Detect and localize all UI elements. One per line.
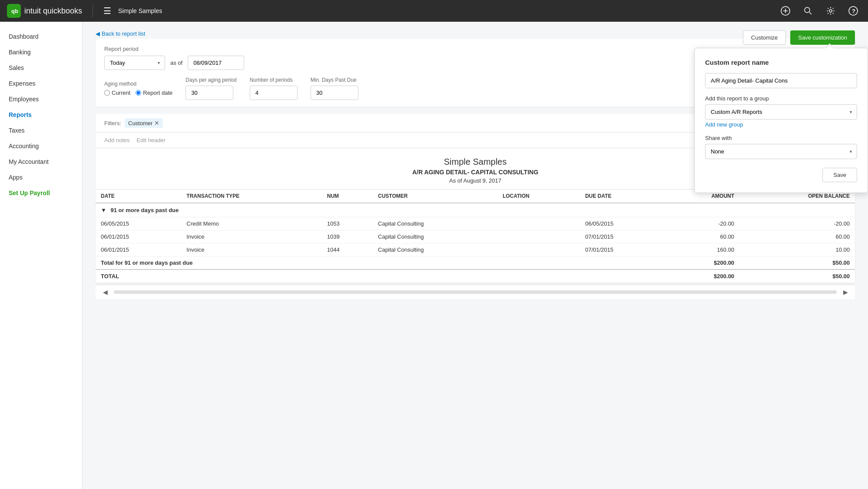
grand-total-open: $50.00 [739,269,855,283]
cell-date: 06/01/2015 [96,243,181,256]
aging-method-group: Aging method Current Report date [104,81,172,96]
grand-total-amount: $200.00 [666,269,739,283]
company-name: Simple Samples [118,7,162,14]
sidebar-item-payroll[interactable]: Set Up Payroll [0,185,82,201]
panel-title: Custom report name [705,59,857,66]
period-select[interactable]: Today [104,56,165,70]
cell-location [497,217,580,230]
panel-footer: Save [705,168,857,182]
cell-amount: -20.00 [666,217,739,230]
total-open: $50.00 [739,256,855,270]
customer-filter-chip: Customer ✕ [125,118,163,128]
hamburger-icon[interactable]: ☰ [103,6,111,16]
customer-filter-label: Customer [128,120,152,126]
sidebar-item-sales[interactable]: Sales [0,60,82,76]
action-bar: Customize Save customization [743,30,855,45]
date-input[interactable] [188,56,244,70]
remove-customer-filter-icon[interactable]: ✕ [154,120,159,126]
search-icon[interactable] [800,3,816,19]
current-radio-input[interactable] [104,90,110,96]
settings-icon[interactable] [823,3,838,19]
app-layout: Dashboard Banking Sales Expenses Employe… [0,22,868,489]
current-radio[interactable]: Current [104,90,130,96]
save-customization-button[interactable]: Save customization [790,30,855,45]
cell-customer: Capital Consulting [373,230,497,243]
panel-name-input[interactable] [705,73,857,88]
table-row: 06/01/2015 Invoice 1044 Capital Consulti… [96,243,855,256]
help-icon[interactable]: ? [845,3,861,19]
sidebar-item-apps[interactable]: Apps [0,170,82,185]
logo-area: qb intuit quickbooks [7,4,82,18]
panel-name-field [705,73,857,88]
cell-date: 06/01/2015 [96,230,181,243]
col-location: LOCATION [497,190,580,203]
back-link[interactable]: ◀ Back to report list [96,30,855,37]
days-per-period-label: Days per aging period [186,77,236,83]
panel-save-button[interactable]: Save [822,168,857,182]
sidebar-item-banking[interactable]: Banking [0,44,82,60]
group-collapse-icon[interactable]: ▼ [101,207,106,213]
num-periods-input[interactable] [250,86,298,100]
min-days-group: Min. Days Past Due [311,77,358,100]
cell-customer: Capital Consulting [373,217,497,230]
cell-due-date: 06/05/2015 [580,217,666,230]
table-row: 06/05/2015 Credit Memo 1053 Capital Cons… [96,217,855,230]
table-row: 06/01/2015 Invoice 1039 Capital Consulti… [96,230,855,243]
cell-num: 1039 [322,230,373,243]
scroll-bar: ◀ ▶ [96,285,855,299]
panel-group-select[interactable]: Custom A/R Reports [705,104,857,120]
sidebar-item-reports[interactable]: Reports [0,107,82,123]
sidebar-item-expenses[interactable]: Expenses [0,76,82,91]
report-date-radio[interactable]: Report date [136,90,172,96]
add-notes-button[interactable]: Add notes [104,137,130,143]
cell-due-date: 07/01/2015 [580,243,666,256]
add-icon[interactable] [778,3,793,19]
col-customer: CUSTOMER [373,190,497,203]
scroll-left-arrow[interactable]: ◀ [100,287,110,297]
grand-total-label: TOTAL [96,269,666,283]
sidebar-item-taxes[interactable]: Taxes [0,123,82,138]
main-content: Customize Save customization ◀ Back to r… [83,22,868,489]
cell-num: 1053 [322,217,373,230]
cell-type: Credit Memo [181,217,321,230]
group-total-row: Total for 91 or more days past due $200.… [96,256,855,270]
panel-group-field: Add this report to a group Custom A/R Re… [705,95,857,128]
scroll-track[interactable] [114,290,837,294]
num-periods-group: Number of periods [250,77,298,100]
scroll-right-arrow[interactable]: ▶ [840,287,851,297]
cell-date: 06/05/2015 [96,217,181,230]
cell-num: 1044 [322,243,373,256]
panel-share-field: Share with None [705,135,857,159]
panel-share-select[interactable]: None [705,144,857,159]
cell-open-balance: 10.00 [739,243,855,256]
cell-type: Invoice [181,243,321,256]
sidebar-item-employees[interactable]: Employees [0,91,82,107]
sidebar-item-dashboard[interactable]: Dashboard [0,29,82,44]
svg-point-5 [805,7,810,13]
customize-button[interactable]: Customize [743,30,786,45]
add-new-group-link[interactable]: Add new group [705,121,743,128]
grand-total-row: TOTAL $200.00 $50.00 [96,269,855,283]
group-header-label: 91 or more days past due [111,207,179,213]
svg-point-7 [829,10,832,12]
col-transaction-type: TRANSACTION TYPE [181,190,321,203]
group-header-91-days: ▼ 91 or more days past due [96,203,855,217]
days-per-period-group: Days per aging period [186,77,236,100]
report-date-radio-input[interactable] [136,90,141,96]
sidebar: Dashboard Banking Sales Expenses Employe… [0,22,83,489]
sidebar-item-my-accountant[interactable]: My Accountant [0,154,82,170]
nav-divider [93,4,93,17]
days-per-period-input[interactable] [186,86,233,100]
col-due-date: DUE DATE [580,190,666,203]
as-of-text: as of [170,60,182,66]
qb-logo: qb [7,4,21,18]
min-days-label: Min. Days Past Due [311,77,358,83]
panel-share-label: Share with [705,135,857,141]
cell-amount: 160.00 [666,243,739,256]
cell-amount: 60.00 [666,230,739,243]
edit-header-button[interactable]: Edit header [137,137,166,143]
panel-group-select-wrapper: Custom A/R Reports [705,104,857,120]
min-days-input[interactable] [311,86,358,100]
col-date: DATE [96,190,181,203]
sidebar-item-accounting[interactable]: Accounting [0,138,82,154]
